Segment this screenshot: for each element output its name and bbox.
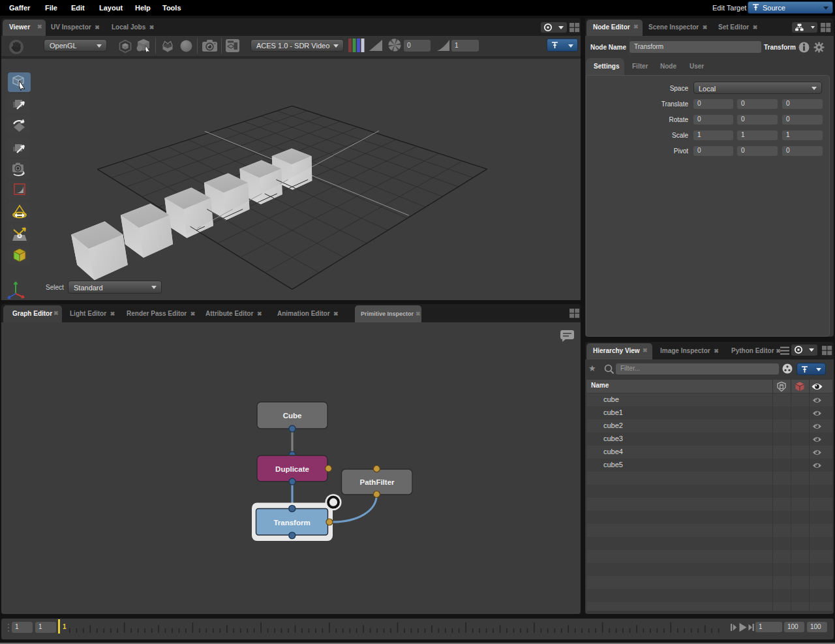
svg-text:PathFilter: PathFilter xyxy=(359,478,395,486)
svg-text:Duplicate: Duplicate xyxy=(275,465,309,473)
svg-text:Transform: Transform xyxy=(273,519,310,527)
svg-text:Cube: Cube xyxy=(283,412,302,420)
